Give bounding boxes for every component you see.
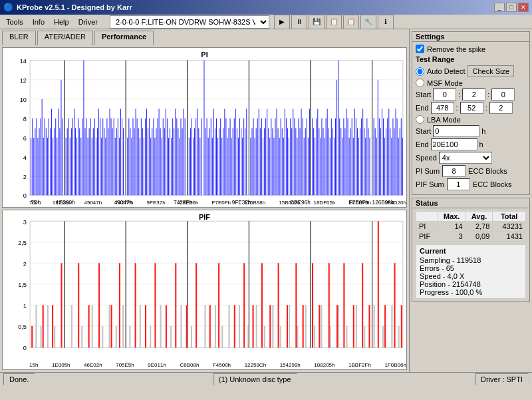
svg-rect-227 <box>321 118 322 195</box>
pi-sum-input[interactable] <box>442 165 466 177</box>
svg-rect-119 <box>167 118 168 195</box>
lba-end-input[interactable] <box>431 138 477 150</box>
remove-spike-checkbox[interactable] <box>416 45 424 53</box>
app-icon: 🔵 <box>3 3 13 12</box>
msf-start-row: Start : : <box>416 89 526 100</box>
svg-rect-393 <box>401 305 402 347</box>
svg-rect-111 <box>156 128 156 196</box>
close-button[interactable]: ✕ <box>518 3 529 12</box>
svg-rect-87 <box>120 108 121 195</box>
speed-select[interactable]: 4x 1x 2x 8x Max <box>439 152 492 164</box>
pause-button[interactable]: ⏸ <box>291 15 307 29</box>
svg-rect-254 <box>360 128 360 196</box>
menu-help[interactable]: Help <box>50 17 73 27</box>
svg-rect-352 <box>382 326 384 348</box>
tab-bler[interactable]: BLER <box>2 31 36 45</box>
tab-bar: BLER ATER/ADER Performance <box>2 31 407 45</box>
lba-start-unit: h <box>481 127 485 135</box>
svg-rect-200 <box>285 108 285 195</box>
minimize-button[interactable]: _ <box>494 3 505 12</box>
pi-sum-label: PI Sum <box>416 167 440 175</box>
svg-rect-233 <box>330 138 331 195</box>
svg-rect-204 <box>290 118 291 195</box>
svg-rect-317 <box>71 305 72 347</box>
svg-text:8: 8 <box>23 116 27 122</box>
svg-rect-336 <box>247 326 249 348</box>
svg-rect-135 <box>192 118 192 195</box>
menu-tools[interactable]: Tools <box>2 17 27 27</box>
svg-rect-122 <box>171 138 172 195</box>
pif-sum-input[interactable] <box>447 178 470 190</box>
svg-rect-387 <box>353 305 354 347</box>
svg-rect-49 <box>68 118 69 195</box>
svg-rect-193 <box>275 118 275 195</box>
svg-rect-238 <box>336 80 337 196</box>
lba-mode-radio[interactable] <box>416 115 424 124</box>
pif-avg: 0,09 <box>466 232 493 242</box>
drive-selector[interactable]: 2-0-0-0 F:LITE-ON DVDRW SOHW-832S VS0M <box>110 15 269 29</box>
svg-rect-187 <box>267 108 267 195</box>
svg-rect-53 <box>74 108 74 195</box>
tab-ater[interactable]: ATER/ADER <box>37 31 93 45</box>
svg-rect-137 <box>194 128 195 196</box>
svg-rect-85 <box>118 118 118 195</box>
auto-detect-radio[interactable] <box>416 67 424 76</box>
remove-spike-row: Remove the spike <box>416 45 526 53</box>
svg-rect-100 <box>141 118 142 195</box>
svg-rect-80 <box>111 118 112 195</box>
svg-rect-174 <box>246 108 247 195</box>
settings-button[interactable]: 🔧 <box>360 15 376 29</box>
svg-rect-248 <box>352 118 352 195</box>
svg-rect-320 <box>102 326 103 348</box>
svg-rect-70 <box>97 128 98 196</box>
svg-rect-210 <box>298 118 299 195</box>
check-size-button[interactable]: Check Size <box>467 65 514 77</box>
svg-rect-182 <box>260 128 261 196</box>
remove-spike-label: Remove the spike <box>427 45 485 53</box>
pif-stats-row: PIF 3 0,09 1431 <box>416 232 526 242</box>
msf-end-m[interactable] <box>431 102 454 114</box>
msf-start-s[interactable] <box>462 89 485 100</box>
btn4[interactable]: 📋 <box>326 15 342 29</box>
maximize-button[interactable]: □ <box>506 3 517 12</box>
svg-rect-277 <box>394 128 394 196</box>
tab-performance[interactable]: Performance <box>94 31 154 45</box>
menu-driver[interactable]: Driver <box>74 17 102 27</box>
svg-rect-331 <box>205 305 206 347</box>
svg-rect-72 <box>100 118 100 195</box>
svg-rect-37 <box>50 128 51 196</box>
svg-rect-112 <box>158 118 158 195</box>
lba-start-input[interactable] <box>433 125 479 137</box>
lba-mode-label: LBA Mode <box>427 116 461 124</box>
svg-rect-99 <box>140 138 140 195</box>
svg-rect-269 <box>383 118 384 195</box>
svg-rect-221 <box>313 128 314 196</box>
svg-rect-108 <box>152 128 152 196</box>
msf-end-s[interactable] <box>460 102 483 114</box>
info-button[interactable]: ℹ <box>378 15 394 29</box>
msf-start-m[interactable] <box>433 89 456 100</box>
svg-rect-354 <box>398 326 400 348</box>
settings-body: Remove the spike Test Range Auto Detect … <box>412 42 529 194</box>
msf-end-f[interactable] <box>489 102 513 114</box>
svg-rect-263 <box>375 128 376 196</box>
svg-rect-280 <box>398 138 399 195</box>
lba-end-unit: h <box>479 140 483 148</box>
btn5[interactable]: 📋 <box>343 15 359 29</box>
status-done: Done. <box>9 375 29 383</box>
svg-text:2: 2 <box>23 260 27 267</box>
svg-text:4: 4 <box>23 154 27 161</box>
lba-end-row: End h <box>416 138 526 150</box>
svg-rect-361 <box>98 263 100 347</box>
msf-start-f[interactable] <box>491 89 515 100</box>
play-button[interactable]: ▶ <box>274 15 290 29</box>
menu-info[interactable]: Info <box>29 17 49 27</box>
save-button[interactable]: 💾 <box>309 15 325 29</box>
msf-mode-radio[interactable] <box>416 79 424 87</box>
svg-rect-65 <box>90 118 91 195</box>
toolbar: ▶ ⏸ 💾 📋 📋 🔧 ℹ <box>274 15 394 29</box>
svg-rect-140 <box>198 128 199 196</box>
svg-text:14: 14 <box>20 58 27 65</box>
svg-rect-114 <box>160 128 161 196</box>
lba-end-label: End <box>416 140 429 148</box>
